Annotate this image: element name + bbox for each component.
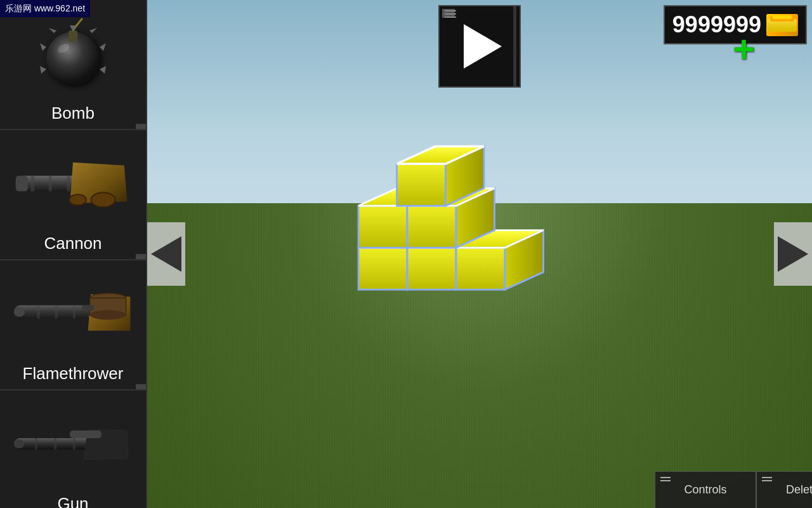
sidebar-item-flamethrower[interactable]: Flamethrower xyxy=(0,260,146,391)
svg-marker-6 xyxy=(89,28,97,33)
sidebar: Bomb xyxy=(0,0,147,508)
controls-label: Controls xyxy=(684,483,726,497)
flamethrower-label: Flamethrower xyxy=(23,364,124,384)
svg-marker-7 xyxy=(40,66,46,74)
svg-marker-4 xyxy=(100,43,106,51)
sidebar-item-gun[interactable]: Gun xyxy=(0,391,146,508)
left-triangle-icon xyxy=(151,236,181,272)
top-watermark-text: 乐游网 www.962.net xyxy=(5,3,85,13)
left-arrow-button[interactable] xyxy=(147,222,185,286)
play-triangle-icon xyxy=(464,24,502,69)
add-button[interactable]: + xyxy=(726,32,761,67)
flamethrower-icon-container xyxy=(13,266,133,361)
svg-rect-14 xyxy=(31,176,35,192)
svg-rect-11 xyxy=(16,176,28,192)
svg-point-12 xyxy=(91,192,115,207)
svg-rect-15 xyxy=(49,176,52,192)
svg-rect-71 xyxy=(773,15,792,19)
gold-icon xyxy=(766,14,798,36)
svg-rect-16 xyxy=(67,176,70,192)
cannon-label: Cannon xyxy=(44,234,102,253)
svg-rect-30 xyxy=(54,438,56,450)
top-watermark: 乐游网 www.962.net xyxy=(0,0,90,17)
gun-label: Gun xyxy=(57,494,88,508)
flamethrower-svg xyxy=(13,288,133,339)
svg-rect-28 xyxy=(70,431,102,438)
sidebar-item-cannon[interactable]: Cannon xyxy=(0,130,146,260)
svg-rect-29 xyxy=(35,438,37,450)
bomb-label: Bomb xyxy=(51,104,95,123)
plus-icon: + xyxy=(733,30,755,69)
svg-marker-3 xyxy=(40,43,46,51)
svg-rect-1 xyxy=(69,30,77,42)
bomb-resize-handle xyxy=(136,124,146,129)
right-arrow-button[interactable] xyxy=(774,222,812,286)
deleting-label: Deleting xyxy=(786,483,812,497)
svg-point-21 xyxy=(90,310,126,319)
svg-point-13 xyxy=(69,194,86,205)
gun-svg xyxy=(13,420,133,468)
svg-rect-25 xyxy=(73,305,75,319)
sidebar-item-bomb[interactable]: Bomb xyxy=(0,0,146,130)
svg-rect-22 xyxy=(82,305,94,311)
toolbar-spacer xyxy=(294,471,655,508)
flamethrower-resize-handle xyxy=(136,384,146,389)
ground xyxy=(147,203,812,508)
right-triangle-icon xyxy=(778,236,808,272)
cannon-svg xyxy=(13,155,133,212)
svg-marker-8 xyxy=(100,66,106,74)
gun-icon-container xyxy=(13,396,133,491)
svg-rect-27 xyxy=(14,439,24,448)
svg-rect-23 xyxy=(37,305,40,319)
play-button[interactable] xyxy=(438,5,521,88)
toolbar-controls-button[interactable]: Controls xyxy=(655,471,756,508)
toolbar-deleting-button[interactable]: Deleting xyxy=(756,471,812,508)
svg-rect-18 xyxy=(14,307,25,317)
svg-rect-31 xyxy=(73,438,75,450)
bomb-svg xyxy=(35,15,111,91)
menu-icon xyxy=(445,10,456,18)
svg-marker-5 xyxy=(49,28,56,33)
svg-rect-24 xyxy=(55,305,58,319)
bottom-toolbar: Controls Deleting Correcting 962.NET xyxy=(294,471,812,508)
cannon-icon-container xyxy=(13,136,133,231)
bomb-icon-container xyxy=(13,6,133,101)
cannon-resize-handle xyxy=(136,254,146,259)
game-viewport: 9999999 + xyxy=(147,0,812,508)
